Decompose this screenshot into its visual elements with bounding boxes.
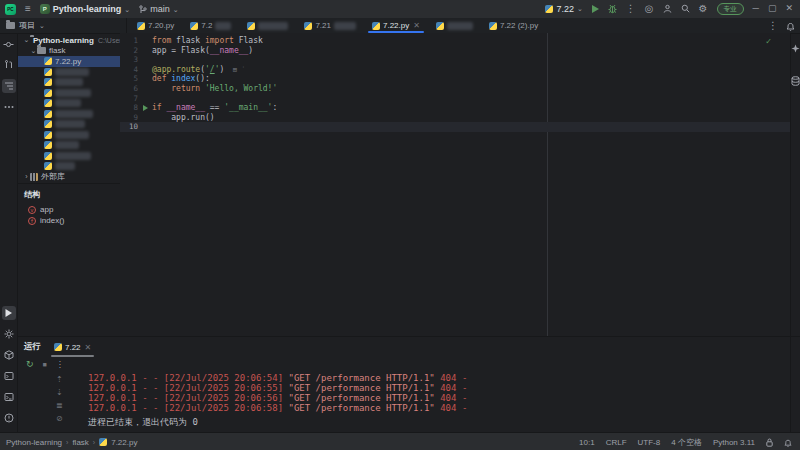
console-timestamp: [22/Jul/2025 20:06:56] bbox=[164, 393, 289, 403]
console-output[interactable]: 127.0.0.1 - - [22/Jul/2025 20:06:54] "GE… bbox=[88, 373, 467, 427]
chevron-down-icon[interactable]: ⌄ bbox=[30, 47, 37, 55]
more-icon[interactable] bbox=[2, 100, 16, 114]
search-icon[interactable] bbox=[681, 4, 690, 13]
breadcrumb-item[interactable]: flask bbox=[72, 438, 88, 447]
code-line[interactable]: 8if __name__ == '__main__': bbox=[120, 103, 790, 113]
variable-icon: v bbox=[28, 206, 36, 214]
code-line[interactable]: 9 app.run() bbox=[120, 113, 790, 123]
editor-tab[interactable]: 7.20.py bbox=[129, 18, 182, 33]
profile-icon[interactable] bbox=[663, 4, 672, 13]
status-segment-1[interactable]: CRLF bbox=[606, 438, 627, 447]
inspections-widget[interactable]: ✓ bbox=[765, 37, 772, 46]
editor-tab[interactable] bbox=[428, 18, 481, 33]
breadcrumb-item[interactable]: Python-learning bbox=[6, 438, 62, 447]
tree-row[interactable] bbox=[18, 109, 120, 120]
run-button[interactable] bbox=[592, 5, 599, 13]
code-line[interactable]: 7 bbox=[120, 94, 790, 104]
structure-item[interactable]: findex() bbox=[18, 215, 120, 226]
settings-gear-icon[interactable]: ⚙ bbox=[699, 4, 708, 14]
code-line[interactable]: 10 bbox=[120, 122, 790, 132]
redacted-tab-label bbox=[447, 22, 473, 30]
tree-row[interactable] bbox=[18, 161, 120, 172]
tree-row[interactable]: 7.22.py bbox=[18, 56, 120, 67]
editor-tab[interactable]: 7.21 bbox=[296, 18, 364, 33]
code-line[interactable]: 1from flask import Flask bbox=[120, 36, 790, 46]
console-tool-icon-2[interactable]: ≣ bbox=[56, 401, 63, 410]
editor-tab[interactable] bbox=[239, 18, 296, 33]
screen-lock-icon[interactable] bbox=[766, 438, 773, 447]
tree-row[interactable] bbox=[18, 119, 120, 130]
status-segment-2[interactable]: UTF-8 bbox=[638, 438, 661, 447]
chevron-right-icon[interactable]: › bbox=[23, 173, 30, 180]
project-panel-header[interactable]: 项目 ⌄ bbox=[0, 18, 127, 33]
commit-icon[interactable] bbox=[2, 37, 16, 51]
run-configuration-select[interactable]: 7.22 ⌄ bbox=[545, 4, 582, 14]
tree-row[interactable] bbox=[18, 77, 120, 88]
pull-requests-icon[interactable] bbox=[2, 58, 16, 72]
stop-button[interactable]: ■ bbox=[43, 361, 47, 368]
code-line[interactable]: 3 bbox=[120, 55, 790, 65]
problems-icon[interactable] bbox=[2, 411, 16, 425]
database-icon[interactable] bbox=[789, 74, 800, 88]
run-icon[interactable] bbox=[2, 306, 16, 320]
services-icon[interactable] bbox=[2, 327, 16, 341]
chevron-down-icon: ⌄ bbox=[173, 6, 179, 13]
console-tool-icon-0[interactable]: ⇡ bbox=[56, 375, 63, 384]
tree-row[interactable]: ⌄Python-learningC:\Users\shu bbox=[18, 35, 120, 46]
license-badge[interactable]: 专业 bbox=[717, 3, 744, 15]
editor-tab[interactable]: 7.22 (2).py bbox=[481, 18, 546, 33]
python-packages-icon[interactable] bbox=[2, 348, 16, 362]
code-line[interactable]: 6 return 'Hello, World!' bbox=[120, 84, 790, 94]
tree-row[interactable] bbox=[18, 67, 120, 78]
editor-tab[interactable]: 7.22.py✕ bbox=[364, 18, 428, 33]
tree-row[interactable]: ›外部库 bbox=[18, 172, 120, 183]
code-line[interactable]: 4@app.route('/') ⊞ ˙ bbox=[120, 65, 790, 75]
debug-button[interactable] bbox=[608, 4, 617, 14]
tree-row[interactable] bbox=[18, 88, 120, 99]
tree-row[interactable] bbox=[18, 151, 120, 162]
tree-row[interactable] bbox=[18, 98, 120, 109]
run-more-options-icon[interactable]: ⋮ bbox=[56, 360, 64, 369]
console-tool-icon-1[interactable]: ⇣ bbox=[56, 388, 63, 397]
project-widget[interactable]: P Python-learning ⌄ bbox=[40, 4, 130, 14]
notifications-bell-icon[interactable] bbox=[786, 21, 795, 31]
redacted-file-name bbox=[55, 89, 91, 97]
project-avatar: P bbox=[40, 4, 50, 14]
python-console-icon[interactable] bbox=[2, 369, 16, 383]
console-tool-icon-3[interactable]: ⊘ bbox=[56, 414, 63, 423]
vcs-branch-widget[interactable]: main ⌄ bbox=[139, 4, 178, 14]
gutter bbox=[138, 113, 152, 123]
notifications-icon[interactable] bbox=[784, 438, 792, 447]
structure-icon[interactable] bbox=[2, 79, 16, 93]
status-segment-4[interactable]: Python 3.11 bbox=[713, 438, 755, 447]
close-button[interactable]: ✕ bbox=[785, 4, 793, 13]
code-line[interactable]: 5def index(): bbox=[120, 74, 790, 84]
run-tab[interactable]: 7.22 ✕ bbox=[51, 337, 94, 357]
rerun-button[interactable]: ↻ bbox=[26, 359, 34, 369]
tree-row[interactable]: ⌄flask bbox=[18, 46, 120, 57]
python-file-icon bbox=[545, 5, 553, 13]
code-line[interactable]: 2app = Flask(__name__) bbox=[120, 46, 790, 56]
chevron-down-icon[interactable]: ⌄ bbox=[23, 36, 30, 44]
minimize-button[interactable]: ─ bbox=[753, 4, 759, 13]
tree-row[interactable] bbox=[18, 130, 120, 141]
tree-row[interactable] bbox=[18, 140, 120, 151]
status-segment-3[interactable]: 4 个空格 bbox=[671, 437, 702, 448]
structure-item[interactable]: vapp bbox=[18, 204, 120, 215]
tab-options-icon[interactable]: ⋮ bbox=[768, 21, 778, 31]
editor-tab[interactable]: 7.2 bbox=[182, 18, 239, 33]
maximize-button[interactable]: ▢ bbox=[768, 4, 777, 13]
status-segment-0[interactable]: 10:1 bbox=[579, 438, 595, 447]
run-gutter-icon[interactable] bbox=[143, 105, 148, 111]
close-icon[interactable]: ✕ bbox=[413, 21, 420, 30]
console-line: 127.0.0.1 - - [22/Jul/2025 20:06:58] "GE… bbox=[88, 403, 467, 413]
ai-assistant-icon[interactable] bbox=[789, 41, 800, 55]
code-editor[interactable]: 1from flask import Flask2app = Flask(__n… bbox=[120, 33, 790, 336]
more-actions-icon[interactable]: ⋮ bbox=[626, 4, 636, 14]
settings-sync-icon[interactable]: ◎ bbox=[645, 4, 654, 14]
breadcrumb-item[interactable]: 7.22.py bbox=[111, 438, 137, 447]
close-icon[interactable]: ✕ bbox=[85, 343, 92, 352]
main-menu-icon[interactable]: ≡ bbox=[25, 4, 31, 14]
line-number: 4 bbox=[120, 65, 138, 75]
terminal-icon[interactable] bbox=[2, 390, 16, 404]
